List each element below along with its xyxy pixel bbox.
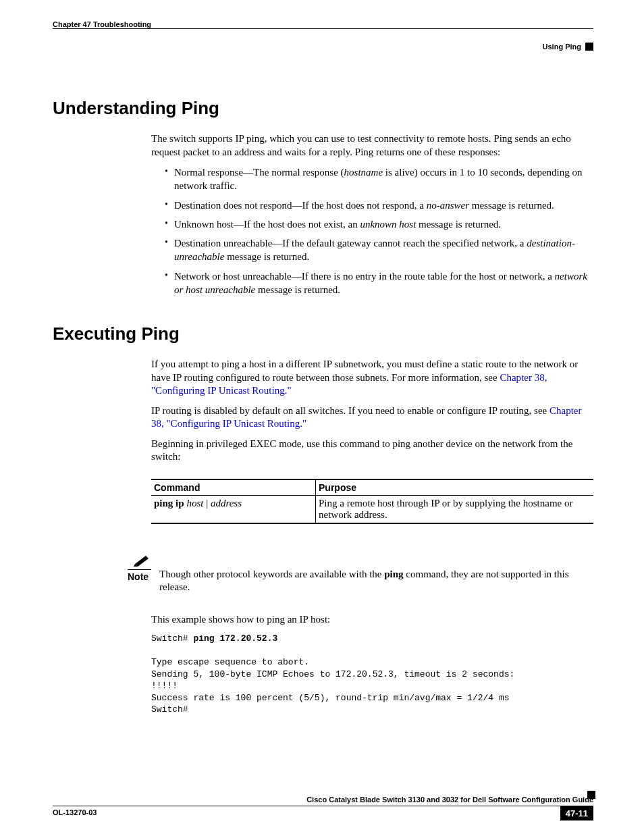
exec-paragraph-3: Beginning in privileged EXEC mode, use t… — [151, 438, 593, 464]
page-header: Chapter 47 Troubleshooting Using Ping — [53, 20, 593, 51]
exec-paragraph-2: IP routing is disabled by default on all… — [151, 405, 593, 431]
note-icon — [134, 554, 151, 569]
heading-executing-ping: Executing Ping — [53, 323, 593, 344]
chapter-label: Chapter 47 Troubleshooting — [53, 20, 151, 28]
list-item: Unknown host—If the host does not exist,… — [165, 217, 593, 231]
header-marker-icon — [585, 43, 593, 51]
page-footer: Cisco Catalyst Blade Switch 3130 and 303… — [53, 796, 593, 820]
note-label: Note — [128, 569, 151, 582]
response-list: Normal response—The normal response (hos… — [151, 165, 593, 296]
guide-title: Cisco Catalyst Blade Switch 3130 and 303… — [53, 796, 593, 804]
note-text: Though other protocol keywords are avail… — [159, 554, 593, 594]
exec-paragraph-1: If you attempt to ping a host in a diffe… — [151, 358, 593, 398]
list-item: Destination unreachable—If the default g… — [165, 236, 593, 264]
footer-marker-icon — [587, 791, 595, 799]
table-header-command: Command — [151, 479, 316, 496]
table-row: ping ip host | address Ping a remote hos… — [151, 495, 593, 523]
table-header-purpose: Purpose — [316, 479, 594, 496]
document-id: OL-13270-03 — [53, 808, 97, 816]
purpose-cell: Ping a remote host through IP or by supp… — [316, 495, 594, 523]
heading-understanding-ping: Understanding Ping — [53, 98, 593, 119]
example-intro: This example shows how to ping an IP hos… — [151, 613, 593, 627]
list-item: Normal response—The normal response (hos… — [165, 165, 593, 193]
section-label: Using Ping — [543, 43, 581, 51]
command-table: Command Purpose ping ip host | address P… — [151, 479, 593, 524]
list-item: Destination does not respond—If the host… — [165, 199, 593, 212]
list-item: Network or host unreachable—If there is … — [165, 269, 593, 297]
note-block: Note Though other protocol keywords are … — [53, 554, 593, 594]
intro-paragraph: The switch supports IP ping, which you c… — [151, 132, 593, 159]
code-block: Switch# ping 172.20.52.3 Type escape seq… — [151, 633, 593, 716]
page-number: 47-11 — [560, 806, 593, 820]
command-cell: ping ip host | address — [151, 495, 316, 523]
